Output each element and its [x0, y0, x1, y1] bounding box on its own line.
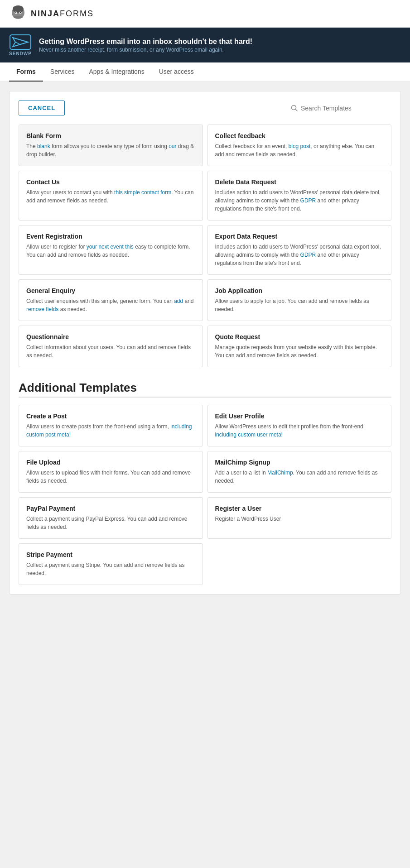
- sendwp-label: SENDWP: [9, 51, 32, 56]
- additional-section: Additional Templates Create a Post Allow…: [19, 381, 391, 585]
- template-export-data-request[interactable]: Export Data Request Includes action to a…: [207, 225, 392, 275]
- template-blank-form[interactable]: Blank Form The blank form allows you to …: [19, 125, 203, 166]
- brand-forms: FORMS: [60, 9, 94, 18]
- template-title: General Enquiry: [26, 287, 195, 294]
- header-brand-text: NINJAFORMS: [31, 9, 94, 19]
- template-desc: Allow users to apply for a job. You can …: [215, 297, 384, 313]
- additional-stripe-payment[interactable]: Stripe Payment Collect a payment using S…: [19, 543, 203, 585]
- template-desc: Collect feedback for an event, blog post…: [215, 142, 384, 158]
- template-general-enquiry[interactable]: General Enquiry Collect user enquiries w…: [19, 279, 203, 321]
- sendwp-logo: SENDWP: [9, 34, 32, 56]
- top-bar: CANCEL: [19, 101, 391, 115]
- template-title: Event Registration: [26, 233, 195, 240]
- template-desc: Register a WordPress User: [215, 515, 384, 523]
- additional-mailchimp-signup[interactable]: MailChimp Signup Add a user to a list in…: [207, 451, 392, 493]
- template-desc: Collect information about your users. Yo…: [26, 343, 195, 360]
- svg-rect-6: [14, 16, 23, 18]
- banner-text: Getting WordPress email into an inbox sh…: [39, 38, 252, 53]
- template-desc: Includes action to add users to WordPres…: [215, 243, 384, 267]
- svg-line-9: [15, 42, 21, 45]
- template-desc: Add a user to a list in MailChimp. You c…: [215, 469, 384, 485]
- svg-point-1: [13, 5, 24, 13]
- brand-ninja: NINJA: [31, 9, 60, 18]
- search-input[interactable]: [301, 105, 391, 112]
- template-event-registration[interactable]: Event Registration Allow user to registe…: [19, 225, 203, 275]
- search-icon: [291, 105, 298, 112]
- main-nav: Forms Services Apps & Integrations User …: [0, 62, 410, 82]
- template-job-application[interactable]: Job Application Allow users to apply for…: [207, 279, 392, 321]
- additional-paypal-payment[interactable]: PayPal Payment Collect a payment using P…: [19, 497, 203, 539]
- template-title: Delete Data Request: [215, 178, 384, 186]
- template-desc: Allow users to create posts from the fro…: [26, 422, 195, 439]
- section-divider: [19, 397, 391, 398]
- additional-grid: Create a Post Allow users to create post…: [19, 405, 391, 585]
- template-title: Export Data Request: [215, 233, 384, 240]
- additional-heading: Additional Templates: [19, 381, 391, 395]
- nav-forms[interactable]: Forms: [9, 62, 43, 82]
- template-title: Register a User: [215, 505, 384, 512]
- template-title: Create a Post: [26, 412, 195, 420]
- template-desc: Collect user enquiries with this simple,…: [26, 297, 195, 313]
- additional-register-user[interactable]: Register a User Register a WordPress Use…: [207, 497, 392, 539]
- template-delete-data-request[interactable]: Delete Data Request Includes action to a…: [207, 171, 392, 221]
- template-desc: Allow WordPress users to edit their prof…: [215, 422, 384, 439]
- template-title: Questionnaire: [26, 333, 195, 340]
- template-title: Job Application: [215, 287, 384, 294]
- nav-services[interactable]: Services: [43, 62, 82, 82]
- nav-user-access[interactable]: User access: [152, 62, 201, 82]
- template-title: Blank Form: [26, 132, 195, 139]
- search-container: [291, 105, 391, 112]
- nav-apps-integrations[interactable]: Apps & Integrations: [82, 62, 151, 82]
- template-desc: Includes action to add users to WordPres…: [215, 188, 384, 213]
- main-content: CANCEL Blank Form The blank form allows …: [0, 82, 410, 604]
- template-contact-us[interactable]: Contact Us Allow your users to contact y…: [19, 171, 203, 221]
- content-card: CANCEL Blank Form The blank form allows …: [9, 91, 401, 595]
- template-title: Edit User Profile: [215, 412, 384, 420]
- cancel-button[interactable]: CANCEL: [19, 101, 65, 115]
- template-title: Stripe Payment: [26, 551, 195, 558]
- template-title: Quote Request: [215, 333, 384, 340]
- logo-area: NINJAFORMS: [9, 5, 94, 23]
- template-desc: Allow your users to contact you with thi…: [26, 188, 195, 205]
- ninja-forms-logo-icon: [9, 5, 27, 23]
- sendwp-banner: SENDWP Getting WordPress email into an i…: [0, 28, 410, 62]
- template-questionnaire[interactable]: Questionnaire Collect information about …: [19, 326, 203, 367]
- template-desc: Collect a payment using Stripe. You can …: [26, 561, 195, 577]
- template-title: Contact Us: [26, 178, 195, 186]
- template-title: File Upload: [26, 459, 195, 466]
- svg-point-5: [20, 12, 21, 13]
- additional-create-post[interactable]: Create a Post Allow users to create post…: [19, 405, 203, 446]
- svg-marker-8: [13, 38, 28, 47]
- banner-subtext: Never miss another receipt, form submiss…: [39, 47, 252, 53]
- template-title: Collect feedback: [215, 132, 384, 139]
- template-collect-feedback[interactable]: Collect feedback Collect feedback for an…: [207, 125, 392, 166]
- template-desc: Allow users to upload files with their f…: [26, 469, 195, 485]
- additional-file-upload[interactable]: File Upload Allow users to upload files …: [19, 451, 203, 493]
- templates-grid: Blank Form The blank form allows you to …: [19, 125, 391, 367]
- template-desc: Allow user to register for your next eve…: [26, 243, 195, 259]
- template-title: MailChimp Signup: [215, 459, 384, 466]
- template-quote-request[interactable]: Quote Request Manage quote requests from…: [207, 326, 392, 367]
- banner-heading: Getting WordPress email into an inbox sh…: [39, 38, 252, 46]
- header: NINJAFORMS: [0, 0, 410, 28]
- svg-point-4: [15, 12, 16, 13]
- additional-edit-user-profile[interactable]: Edit User Profile Allow WordPress users …: [207, 405, 392, 446]
- template-title: PayPal Payment: [26, 505, 195, 512]
- template-desc: Collect a payment using PayPal Express. …: [26, 515, 195, 531]
- svg-line-11: [296, 109, 298, 111]
- sendwp-icon: [9, 34, 32, 50]
- template-desc: The blank form allows you to create any …: [26, 142, 195, 158]
- template-desc: Manage quote requests from your website …: [215, 343, 384, 360]
